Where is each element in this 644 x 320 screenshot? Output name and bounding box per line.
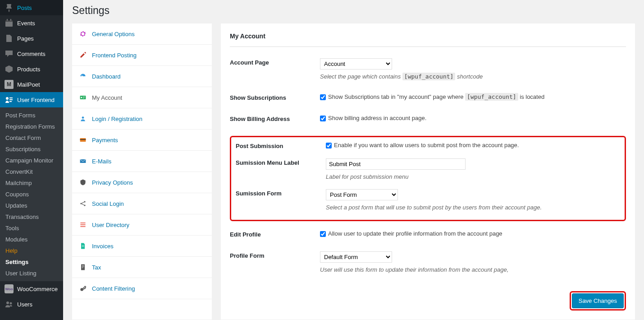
submenu-item-registration-forms[interactable]: Registration Forms: [0, 121, 63, 132]
row-show-subscriptions: Show Subscriptions Show Subscriptions ta…: [230, 93, 626, 101]
doc-icon: [79, 242, 87, 250]
tab-my-account[interactable]: My Account: [72, 87, 212, 108]
submenu-item-convertkit[interactable]: ConvertKit: [0, 166, 63, 177]
check-show-subscriptions[interactable]: [320, 94, 326, 100]
sidebar-item-label: MailPoet: [17, 81, 40, 88]
submenu-item-campaign-monitor[interactable]: Campaign Monitor: [0, 155, 63, 166]
check-show-billing[interactable]: [320, 116, 326, 121]
submenu-item-coupons[interactable]: Coupons: [0, 189, 63, 200]
users-icon: [5, 300, 14, 309]
tab-e-mails[interactable]: E-Mails: [72, 151, 212, 172]
row-post-submission: Post Submission Enable if you want to al…: [231, 142, 625, 149]
sidebar-item-mailpoet[interactable]: MMailPoet: [0, 77, 63, 92]
row-submission-menu-label: Sumission Menu Label Label for post subm…: [231, 158, 625, 180]
sidebar-item-woocommerce[interactable]: WooWooCommerce: [0, 281, 63, 297]
submenu-item-settings[interactable]: Settings: [0, 256, 63, 268]
shortcode: [wpuf_account]: [402, 73, 456, 80]
submenu-item-mailchimp[interactable]: Mailchimp: [0, 177, 63, 189]
svg-text:M: M: [7, 81, 11, 88]
tab-label: Frontend Posting: [92, 52, 137, 59]
tab-label: My Account: [92, 94, 122, 101]
sidebar-item-users[interactable]: Users: [0, 297, 63, 312]
tab-label: Privacy Options: [92, 179, 133, 186]
submission-form-select[interactable]: Post Form: [326, 189, 398, 200]
sidebar-item-comments[interactable]: Comments: [0, 46, 63, 61]
row-show-billing: Show Billing Address Show billing addres…: [230, 115, 626, 122]
sidebar-item-events[interactable]: Events: [0, 15, 63, 31]
label-profile-form: Profile Form: [230, 251, 320, 259]
svg-point-13: [10, 302, 12, 305]
svg-rect-32: [82, 268, 83, 268]
submenu-item-contact-form[interactable]: Contact Form: [0, 132, 63, 144]
sidebar-item-posts[interactable]: Posts: [0, 0, 63, 15]
submenu-item-updates[interactable]: Updates: [0, 200, 63, 211]
row-profile-form: Profile Form Default Form User will use …: [230, 251, 626, 273]
tab-label: Invoices: [92, 243, 114, 250]
tab-social-login[interactable]: Social Login: [72, 193, 212, 214]
submenu-item-modules[interactable]: Modules: [0, 234, 63, 245]
share-icon: [79, 200, 87, 207]
tab-tax[interactable]: Tax: [72, 257, 212, 278]
sidebar-item-label: WooCommerce: [17, 286, 58, 292]
svg-text:Woo: Woo: [5, 287, 13, 291]
sidebar-item-pages[interactable]: Pages: [0, 31, 63, 46]
svg-point-24: [84, 204, 85, 206]
svg-point-23: [84, 201, 85, 202]
tab-frontend-posting[interactable]: Frontend Posting: [72, 45, 212, 66]
tab-invoices[interactable]: Invoices: [72, 236, 212, 257]
account-page-select[interactable]: Account: [320, 58, 392, 70]
submenu-item-subscriptions[interactable]: Subscriptions: [0, 144, 63, 155]
label-submission-form: Sumission Form: [236, 189, 326, 197]
submenu-item-post-forms[interactable]: Post Forms: [0, 110, 63, 121]
sidebar-item-label: Comments: [17, 51, 46, 57]
sidebar-item-products[interactable]: Products: [0, 61, 63, 77]
label-post-submission: Post Submission: [236, 142, 326, 149]
tab-user-directory[interactable]: User Directory: [72, 214, 212, 236]
check-show-subscriptions-label[interactable]: Show Subscriptions tab in "my account" p…: [320, 93, 544, 100]
submenu-item-transactions[interactable]: Transactions: [0, 211, 63, 223]
save-changes-button[interactable]: Save Changes: [572, 293, 624, 308]
svg-rect-26: [80, 224, 85, 225]
check-post-submission[interactable]: [326, 143, 332, 148]
svg-rect-17: [83, 98, 84, 98]
svg-point-15: [81, 97, 82, 98]
box-icon: [5, 65, 14, 74]
tab-general-options[interactable]: General Options: [72, 23, 212, 45]
check-show-billing-label[interactable]: Show billing address in account page.: [320, 115, 426, 121]
sidebar-item-label: Pages: [17, 35, 34, 42]
shortcode: [wpuf_account]: [465, 93, 518, 101]
svg-rect-27: [80, 226, 85, 227]
tab-login-registration[interactable]: Login / Registration: [72, 108, 212, 130]
check-edit-profile[interactable]: [320, 231, 326, 237]
submenu-item-tools[interactable]: Tools: [0, 223, 63, 234]
profile-form-desc: User will use this form to update their …: [320, 266, 626, 273]
tab-content-filtering[interactable]: Content Filtering: [72, 278, 212, 299]
svg-rect-25: [80, 223, 85, 223]
profile-form-select[interactable]: Default Form: [320, 251, 392, 263]
label-show-billing: Show Billing Address: [230, 115, 320, 122]
edit-icon: [79, 51, 87, 59]
calendar-icon: [5, 19, 14, 28]
account-page-desc: Select the page which contains [wpuf_acc…: [320, 73, 626, 80]
submenu-item-user-listing[interactable]: User Listing: [0, 268, 63, 279]
svg-point-22: [80, 203, 82, 204]
check-post-submission-label[interactable]: Enable if you want to allow users to sub…: [326, 142, 519, 148]
tab-label: Login / Registration: [92, 116, 142, 122]
tab-payments[interactable]: Payments: [72, 130, 212, 151]
pin-icon: [5, 3, 14, 12]
submenu-item-help[interactable]: Help: [0, 245, 63, 256]
check-edit-profile-label[interactable]: Allow user to update their profile infor…: [320, 230, 502, 237]
key-icon: [79, 285, 87, 292]
svg-point-6: [6, 97, 9, 100]
tab-privacy-options[interactable]: Privacy Options: [72, 172, 212, 193]
page-icon: [5, 34, 14, 43]
sidebar-item-user-frontend[interactable]: User Frontend: [0, 92, 63, 107]
tax-icon: [79, 264, 87, 271]
label-show-subscriptions: Show Subscriptions: [230, 93, 320, 101]
sidebar-item-label: Products: [17, 66, 40, 73]
tab-dashboard[interactable]: Dashboard: [72, 66, 212, 87]
svg-rect-16: [83, 97, 85, 97]
submission-menu-label-input[interactable]: [326, 158, 466, 170]
tab-label: Dashboard: [92, 73, 121, 80]
highlighted-section: Post Submission Enable if you want to al…: [230, 136, 626, 221]
